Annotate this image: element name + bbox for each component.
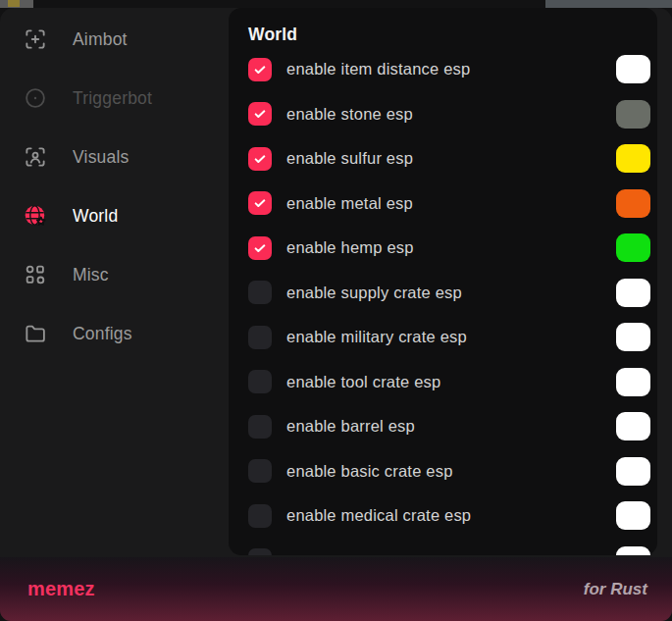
settings-row: enable sulfur esp — [248, 136, 657, 181]
sidebar-item-triggerbot[interactable]: Triggerbot — [0, 69, 229, 128]
sidebar-item-label: Aimbot — [73, 29, 128, 50]
setting-label: enable basic crate esp — [286, 462, 453, 481]
checkbox-enable-medical-crate-esp[interactable] — [248, 504, 272, 528]
setting-label: enable military crate esp — [286, 328, 467, 346]
checkbox-enable-item-distance-esp[interactable] — [248, 58, 272, 81]
sidebar-item-world[interactable]: World — [0, 186, 229, 245]
sidebar-item-label: Configs — [73, 324, 132, 344]
cheat-menu-window: AimbotTriggerbotVisualsWorldMiscConfigs … — [0, 8, 672, 621]
brand-label: memez — [27, 578, 95, 600]
color-swatch[interactable] — [616, 233, 650, 262]
checkbox-enable-tool-crate-esp[interactable] — [248, 370, 272, 393]
checkbox-enable-hemp-esp[interactable] — [248, 236, 272, 260]
sidebar-item-label: Visuals — [73, 147, 129, 168]
checkbox-enable-basic-crate-esp[interactable] — [248, 459, 272, 483]
settings-row: enable item distance esp — [248, 47, 657, 92]
sidebar-item-label: World — [73, 206, 118, 227]
sidebar: AimbotTriggerbotVisualsWorldMiscConfigs — [0, 8, 229, 557]
color-swatch[interactable] — [616, 55, 650, 83]
screen: AimbotTriggerbotVisualsWorldMiscConfigs … — [0, 0, 672, 621]
sidebar-item-aimbot[interactable]: Aimbot — [0, 10, 229, 69]
color-swatch[interactable] — [616, 100, 650, 129]
sidebar-item-label: Triggerbot — [73, 88, 152, 109]
triggerbot-icon — [23, 85, 48, 111]
color-swatch[interactable] — [616, 501, 650, 530]
color-swatch[interactable] — [616, 279, 650, 307]
color-swatch[interactable] — [616, 144, 650, 173]
visuals-icon — [23, 144, 48, 170]
configs-icon — [23, 321, 48, 346]
settings-row: enable stone esp — [248, 92, 657, 137]
settings-row: enable tool crate esp — [248, 360, 657, 405]
checkbox-enable-metal-esp[interactable] — [248, 191, 272, 215]
checkbox-row[interactable] — [248, 548, 272, 555]
settings-row: enable supply crate esp — [248, 271, 657, 316]
color-swatch[interactable] — [616, 189, 650, 218]
setting-label: enable supply crate esp — [286, 284, 462, 302]
sidebar-item-label: Misc — [73, 265, 109, 285]
settings-row: enable hemp esp — [248, 226, 657, 271]
game-background-strip — [545, 0, 672, 8]
game-background-fragment — [8, 0, 20, 7]
settings-panel: World enable item distance espenable sto… — [229, 8, 657, 555]
setting-label: enable sulfur esp — [286, 149, 413, 168]
setting-label: enable metal esp — [286, 194, 413, 213]
color-swatch[interactable] — [616, 546, 650, 555]
panel-title: World — [248, 22, 657, 47]
settings-row: enable military crate esp — [248, 315, 657, 360]
misc-icon — [23, 262, 48, 287]
setting-label: enable medical crate esp — [286, 506, 471, 525]
sidebar-item-configs[interactable]: Configs — [0, 304, 229, 363]
setting-label: enable tool crate esp — [286, 373, 440, 391]
settings-row: enable barrel esp — [248, 404, 657, 449]
sidebar-item-visuals[interactable]: Visuals — [0, 128, 229, 186]
settings-row — [248, 539, 657, 556]
settings-list: enable item distance espenable stone esp… — [248, 47, 657, 555]
checkbox-enable-barrel-esp[interactable] — [248, 415, 272, 439]
color-swatch[interactable] — [616, 412, 650, 440]
sidebar-item-misc[interactable]: Misc — [0, 245, 229, 304]
menu-body: AimbotTriggerbotVisualsWorldMiscConfigs … — [0, 8, 672, 557]
checkbox-enable-sulfur-esp[interactable] — [248, 147, 272, 171]
setting-label: enable item distance esp — [286, 60, 470, 78]
color-swatch[interactable] — [616, 457, 650, 486]
setting-label: enable stone esp — [286, 105, 413, 124]
settings-row: enable medical crate esp — [248, 493, 657, 539]
footer-bar: memez for Rust — [0, 557, 672, 621]
setting-label: enable barrel esp — [286, 417, 415, 436]
checkbox-enable-stone-esp[interactable] — [248, 102, 272, 126]
color-swatch[interactable] — [616, 368, 650, 396]
color-swatch[interactable] — [616, 323, 650, 351]
world-icon — [23, 203, 48, 229]
settings-row: enable basic crate esp — [248, 449, 657, 494]
tagline-label: for Rust — [584, 580, 647, 599]
settings-row: enable metal esp — [248, 181, 657, 227]
aimbot-icon — [23, 26, 48, 52]
checkbox-enable-military-crate-esp[interactable] — [248, 326, 272, 349]
checkbox-enable-supply-crate-esp[interactable] — [248, 281, 272, 304]
setting-label: enable hemp esp — [286, 238, 414, 257]
